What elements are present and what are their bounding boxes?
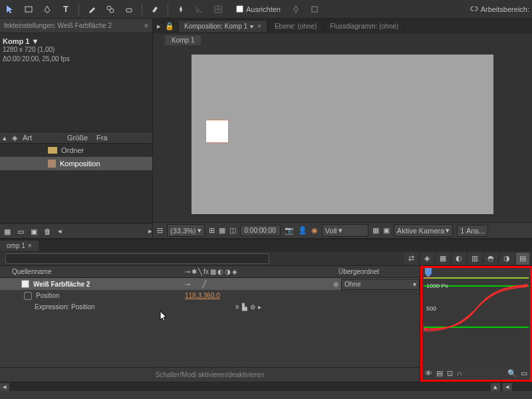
tab-disclosure-icon[interactable]: ▸ bbox=[157, 22, 161, 31]
layer-row[interactable]: Weiß Farbfläche 2 ⊸╱ ⊚ Ohne▾ bbox=[0, 278, 420, 290]
brush-tool-icon[interactable] bbox=[84, 2, 99, 17]
property-position-row[interactable]: Position 118,3,360,0 bbox=[0, 290, 420, 301]
col-size[interactable]: Größe bbox=[67, 134, 94, 142]
timecode-display[interactable]: 0:00:00:00 bbox=[240, 225, 281, 236]
snapshot-icon[interactable]: 📷 bbox=[285, 226, 294, 235]
tab-layer[interactable]: Ebene: (ohne) bbox=[269, 20, 323, 32]
snap-icon[interactable] bbox=[289, 2, 303, 17]
transparency-icon[interactable]: ▦ bbox=[372, 226, 379, 235]
res-icon[interactable]: ⊞ bbox=[209, 226, 215, 235]
timeline-search-input[interactable] bbox=[5, 253, 269, 264]
graph-editor[interactable]: 1000 Px 500 👁 ▤ ⊡ ∩ 🔍 ▭ bbox=[420, 266, 532, 382]
graph-area[interactable]: 1000 Px 500 bbox=[422, 279, 530, 366]
shy-icon[interactable]: ⇄ bbox=[404, 253, 418, 265]
project-row-folder[interactable]: Ordner bbox=[0, 144, 152, 157]
clone-tool-icon[interactable] bbox=[103, 2, 118, 17]
playhead-icon[interactable] bbox=[425, 268, 432, 277]
col-parent[interactable]: Übergeordnet bbox=[333, 268, 420, 275]
brain-icon[interactable]: ▥ bbox=[468, 253, 481, 265]
scroll-start-icon[interactable]: ◂ bbox=[0, 383, 9, 391]
lock-icon[interactable]: 🔒 bbox=[165, 22, 174, 31]
parent-dropdown[interactable]: Ohne▾ bbox=[341, 279, 420, 290]
pen-tool-icon[interactable] bbox=[40, 2, 55, 17]
tab-flowchart[interactable]: Flussdiagramm: (ohne) bbox=[324, 20, 404, 32]
scroll-left-icon[interactable]: ◂ bbox=[503, 383, 512, 391]
chevron-down-icon[interactable]: ▼ bbox=[31, 37, 39, 45]
new-folder-icon[interactable]: ▭ bbox=[17, 227, 24, 235]
stopwatch-icon[interactable] bbox=[24, 292, 32, 300]
comp-name[interactable]: Komp 1 bbox=[3, 37, 29, 45]
col-source-name[interactable]: Quellenname bbox=[0, 268, 185, 275]
new-comp-icon[interactable]: ▣ bbox=[31, 227, 37, 235]
graph-editor-icon[interactable]: ◓ bbox=[484, 253, 497, 265]
graph-ruler[interactable] bbox=[422, 268, 530, 279]
graph-curves bbox=[422, 279, 530, 339]
layer-white-solid[interactable] bbox=[206, 120, 228, 142]
layer-name: Weiß Farbfläche 2 bbox=[33, 281, 90, 288]
rotobrush-tool-icon[interactable] bbox=[148, 2, 162, 17]
frame-blend-icon[interactable]: ▦ bbox=[436, 253, 450, 265]
col-type[interactable]: Art bbox=[23, 134, 65, 142]
pin-tool-icon[interactable] bbox=[174, 2, 188, 17]
bits-icon[interactable]: ▦ bbox=[4, 227, 11, 235]
timeline-tab[interactable]: omp 1 × bbox=[0, 241, 39, 251]
grid-icon[interactable]: ▦ bbox=[219, 226, 225, 235]
position-value[interactable]: 118,3,360,0 bbox=[185, 292, 220, 299]
project-row-comp[interactable]: Komposition bbox=[0, 157, 152, 170]
text-tool-icon[interactable]: T bbox=[59, 2, 73, 17]
effects-panel-body bbox=[0, 72, 152, 132]
expr-graph-icon[interactable]: ▙ bbox=[242, 303, 247, 311]
align-checkbox[interactable]: Ausrichten bbox=[236, 5, 281, 13]
scroll-up-icon[interactable]: ▴ bbox=[491, 383, 500, 391]
show-snapshot-icon[interactable]: 👤 bbox=[298, 226, 307, 235]
timeline-footer-label[interactable]: Schalter/Modi aktivieren/deaktivieren bbox=[0, 367, 420, 382]
3d-icon[interactable]: ▣ bbox=[383, 226, 390, 235]
close-icon[interactable]: × bbox=[257, 23, 261, 30]
tag-icon[interactable]: ◈ bbox=[12, 134, 20, 142]
views-dropdown[interactable]: 1 Ans... bbox=[457, 225, 488, 237]
zoom-icon[interactable]: 🔍 bbox=[507, 369, 517, 378]
camera-dropdown[interactable]: Aktive Kamera▾ bbox=[394, 224, 454, 237]
axis-icon[interactable] bbox=[192, 2, 207, 17]
adjustment-icon[interactable]: ◑ bbox=[500, 253, 513, 265]
grid-icon[interactable] bbox=[211, 2, 225, 17]
3d-draft-icon[interactable]: ◈ bbox=[420, 253, 434, 265]
selection-tool-icon[interactable] bbox=[3, 2, 17, 17]
channels-icon[interactable]: ◉ bbox=[311, 226, 318, 235]
timeline-scrollbar[interactable]: ◂ ▴ ◂ bbox=[0, 382, 532, 391]
snap2-icon[interactable] bbox=[307, 2, 322, 17]
resolution-dropdown[interactable]: Voll▾ bbox=[322, 224, 368, 237]
nav-right-icon[interactable]: ▸ bbox=[148, 227, 152, 235]
expr-menu-icon[interactable]: ▸ bbox=[258, 303, 261, 311]
mask-icon[interactable]: ◫ bbox=[229, 226, 236, 235]
eraser-tool-icon[interactable] bbox=[122, 2, 136, 17]
close-icon[interactable]: × bbox=[28, 242, 32, 249]
comp-subtab[interactable]: Komp 1 bbox=[165, 35, 201, 45]
tab-label: Komposition: Komp 1 bbox=[184, 23, 247, 30]
comp-canvas[interactable] bbox=[192, 55, 493, 214]
chevron-down-icon[interactable]: ▾ bbox=[250, 23, 253, 30]
snap-icon[interactable]: ∩ bbox=[457, 369, 462, 377]
hand-tool-icon[interactable] bbox=[21, 2, 36, 17]
motion-blur-icon[interactable]: ◐ bbox=[452, 253, 466, 265]
eye-icon[interactable]: 👁 bbox=[425, 369, 432, 377]
collapse-icon[interactable]: ⊟ bbox=[157, 226, 163, 235]
expression-row[interactable]: Expression: Position ≡ ▙ ⊚ ▸ bbox=[0, 301, 420, 313]
auto-zoom-icon[interactable]: ▭ bbox=[521, 369, 527, 378]
workspace-label: Arbeitsbereich: bbox=[481, 5, 529, 13]
graph-toggle-icon[interactable]: ▤ bbox=[516, 253, 529, 265]
col-fr[interactable]: Fra bbox=[96, 134, 110, 142]
pickwhip-icon[interactable]: ⊚ bbox=[333, 281, 338, 288]
nav-left-icon[interactable]: ◂ bbox=[58, 227, 62, 235]
trash-icon[interactable]: 🗑 bbox=[44, 227, 51, 235]
sort-arrow-icon[interactable]: ▴ bbox=[3, 134, 9, 142]
panel-menu-icon[interactable]: ≡ bbox=[144, 22, 148, 29]
expr-pickwhip-icon[interactable]: ⊚ bbox=[250, 303, 255, 311]
tab-composition[interactable]: Komposition: Komp 1 ▾ × bbox=[178, 20, 267, 32]
zoom-dropdown[interactable]: (33,3%)▾ bbox=[167, 224, 205, 237]
expr-enable-icon[interactable]: ≡ bbox=[235, 303, 239, 311]
link-icon[interactable] bbox=[469, 5, 477, 13]
viewer-panel[interactable] bbox=[153, 47, 532, 222]
fit-icon[interactable]: ⊡ bbox=[447, 369, 453, 378]
graph-type-icon[interactable]: ▤ bbox=[436, 369, 443, 378]
